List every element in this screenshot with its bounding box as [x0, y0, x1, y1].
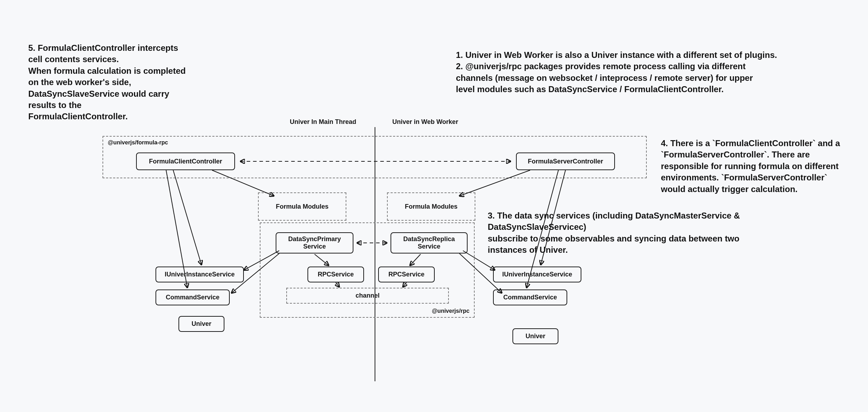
- node-command-service-left: CommandService: [156, 289, 230, 305]
- annotation-5: 5. FormulaClientController intercepts ce…: [28, 42, 226, 123]
- node-iuniver-instance-right: IUniverInstanceService: [493, 267, 581, 282]
- node-formula-server-controller: FormulaServerController: [516, 153, 615, 170]
- node-formula-client-controller: FormulaClientController: [136, 153, 235, 170]
- annotation-4: 4. There is a `FormulaClientController` …: [661, 138, 862, 195]
- node-formula-modules-right: Formula Modules: [387, 192, 475, 221]
- node-channel: channel: [286, 288, 449, 304]
- node-iuniver-instance-left: IUniverInstanceService: [156, 267, 244, 282]
- annotation-1-2: 1. Univer in Web Worker is also a Univer…: [456, 49, 852, 95]
- node-command-service-right: CommandService: [493, 289, 567, 305]
- diagram-canvas: 5. FormulaClientController intercepts ce…: [0, 0, 868, 412]
- annotation-3: 3. The data sync services (including Dat…: [488, 210, 820, 256]
- node-rpc-service-right: RPCService: [378, 267, 435, 282]
- node-univer-right: Univer: [512, 328, 558, 344]
- group-rpc-label: @univerjs/rpc: [432, 308, 469, 314]
- node-data-sync-primary: DataSyncPrimary Service: [276, 232, 353, 253]
- column-label-main-thread: Univer In Main Thread: [290, 118, 356, 126]
- svg-line-3: [173, 170, 201, 265]
- column-label-web-worker: Univer in Web Worker: [392, 118, 458, 126]
- node-formula-modules-left: Formula Modules: [258, 192, 346, 221]
- node-data-sync-replica: DataSyncReplica Service: [391, 232, 468, 253]
- node-univer-left: Univer: [178, 316, 224, 332]
- node-rpc-service-left: RPCService: [307, 267, 364, 282]
- group-formula-rpc-label: @univerjs/formula-rpc: [108, 139, 168, 146]
